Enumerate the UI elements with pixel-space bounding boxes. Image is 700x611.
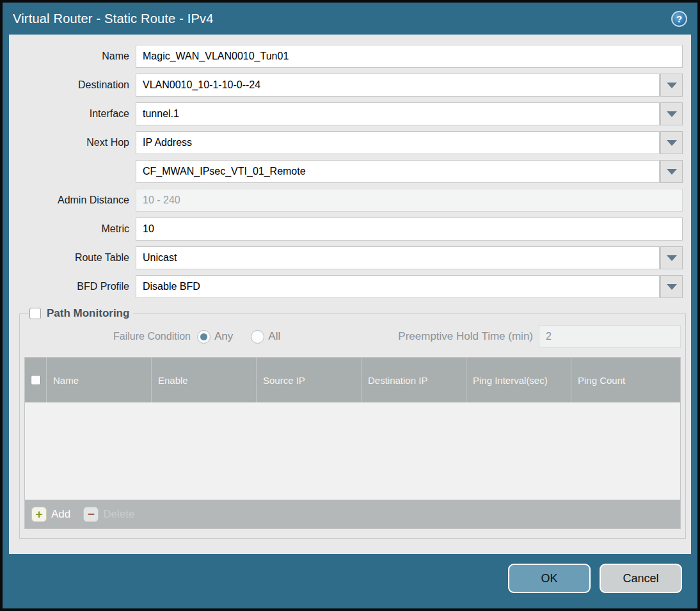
bfd-profile-dropdown-button[interactable] bbox=[660, 275, 683, 298]
radio-all-icon[interactable] bbox=[251, 330, 264, 344]
chevron-down-icon bbox=[667, 169, 677, 175]
help-icon[interactable]: ? bbox=[671, 11, 687, 27]
preemptive-hold-time-group: Preemptive Hold Time (min) bbox=[398, 325, 681, 348]
select-all-checkbox[interactable] bbox=[31, 375, 41, 385]
table-header-row: Name Enable Source IP Destination IP Pin… bbox=[25, 358, 680, 402]
name-input[interactable] bbox=[136, 45, 683, 68]
plus-icon: + bbox=[31, 507, 47, 522]
route-table-row: Route Table bbox=[9, 246, 683, 269]
destination-row: Destination bbox=[9, 74, 683, 97]
delete-button-label: Delete bbox=[103, 508, 134, 521]
next-hop-value-row bbox=[9, 160, 683, 183]
path-monitoring-section: Path Monitoring Failure Condition Any Al… bbox=[19, 307, 686, 539]
failure-condition-any[interactable]: Any bbox=[197, 330, 233, 344]
route-table-input[interactable] bbox=[136, 246, 660, 269]
cancel-button[interactable]: Cancel bbox=[600, 564, 682, 593]
ok-button[interactable]: OK bbox=[508, 564, 591, 593]
metric-input[interactable] bbox=[136, 218, 683, 241]
radio-any-icon[interactable] bbox=[197, 330, 211, 344]
interface-label: Interface bbox=[9, 108, 136, 120]
destination-input[interactable] bbox=[136, 74, 660, 97]
dialog-content: Name Destination Interface bbox=[9, 35, 691, 554]
add-button-label: Add bbox=[51, 508, 70, 521]
preemptive-hold-time-label: Preemptive Hold Time (min) bbox=[398, 330, 539, 343]
path-monitoring-title: Path Monitoring bbox=[47, 307, 129, 320]
bfd-profile-label: BFD Profile bbox=[9, 281, 136, 292]
add-button[interactable]: + Add bbox=[31, 507, 70, 522]
path-monitoring-table: Name Enable Source IP Destination IP Pin… bbox=[24, 357, 681, 529]
next-hop-value-input[interactable] bbox=[136, 160, 660, 183]
next-hop-row: Next Hop bbox=[9, 131, 683, 154]
destination-dropdown-button[interactable] bbox=[660, 74, 683, 97]
route-table-dropdown-button[interactable] bbox=[660, 246, 683, 269]
dialog-titlebar: Virtual Router - Static Route - IPv4 ? bbox=[3, 3, 697, 35]
path-monitoring-checkbox[interactable] bbox=[29, 308, 41, 319]
failure-condition-all[interactable]: All bbox=[251, 330, 280, 344]
delete-button[interactable]: − Delete bbox=[83, 507, 134, 522]
admin-distance-row: Admin Distance bbox=[9, 189, 683, 212]
failure-condition-label: Failure Condition bbox=[24, 331, 197, 342]
destination-label: Destination bbox=[9, 79, 136, 91]
path-monitoring-legend: Path Monitoring bbox=[28, 307, 133, 320]
chevron-down-icon bbox=[667, 255, 677, 261]
chevron-down-icon bbox=[667, 83, 677, 88]
next-hop-label: Next Hop bbox=[9, 137, 136, 148]
name-label: Name bbox=[9, 51, 136, 62]
admin-distance-label: Admin Distance bbox=[9, 194, 136, 206]
table-header-ping-interval: Ping Interval(sec) bbox=[466, 358, 571, 402]
next-hop-dropdown-button[interactable] bbox=[660, 131, 683, 154]
chevron-down-icon bbox=[667, 111, 677, 117]
radio-any-label: Any bbox=[214, 330, 233, 343]
metric-row: Metric bbox=[9, 218, 683, 241]
table-header-ping-count: Ping Count bbox=[571, 358, 680, 402]
admin-distance-input[interactable] bbox=[136, 189, 683, 212]
static-route-dialog: Virtual Router - Static Route - IPv4 ? N… bbox=[0, 0, 700, 611]
failure-condition-row: Failure Condition Any All Preemptive Hol… bbox=[24, 325, 681, 348]
interface-dropdown-button[interactable] bbox=[660, 102, 683, 125]
table-header-name: Name bbox=[47, 358, 152, 402]
table-body-empty bbox=[25, 402, 680, 500]
interface-input[interactable] bbox=[136, 102, 660, 125]
bfd-profile-input[interactable] bbox=[136, 275, 660, 298]
name-row: Name bbox=[9, 45, 683, 68]
chevron-down-icon bbox=[667, 284, 677, 290]
metric-label: Metric bbox=[9, 223, 136, 235]
next-hop-value-dropdown-button[interactable] bbox=[660, 160, 683, 183]
radio-all-label: All bbox=[268, 330, 280, 343]
route-table-label: Route Table bbox=[9, 252, 136, 264]
table-header-source-ip: Source IP bbox=[257, 358, 362, 402]
dialog-footer: OK Cancel bbox=[508, 564, 682, 593]
table-footer-bar: + Add − Delete bbox=[25, 500, 680, 528]
interface-row: Interface bbox=[9, 102, 683, 125]
table-header-destination-ip: Destination IP bbox=[362, 358, 466, 402]
bfd-profile-row: BFD Profile bbox=[9, 275, 683, 298]
table-header-checkbox-cell bbox=[25, 358, 47, 402]
next-hop-type-input[interactable] bbox=[136, 131, 660, 154]
chevron-down-icon bbox=[667, 140, 677, 146]
dialog-title: Virtual Router - Static Route - IPv4 bbox=[13, 12, 214, 26]
table-header-enable: Enable bbox=[152, 358, 257, 402]
preemptive-hold-time-input[interactable] bbox=[539, 325, 681, 348]
minus-icon: − bbox=[83, 507, 99, 522]
